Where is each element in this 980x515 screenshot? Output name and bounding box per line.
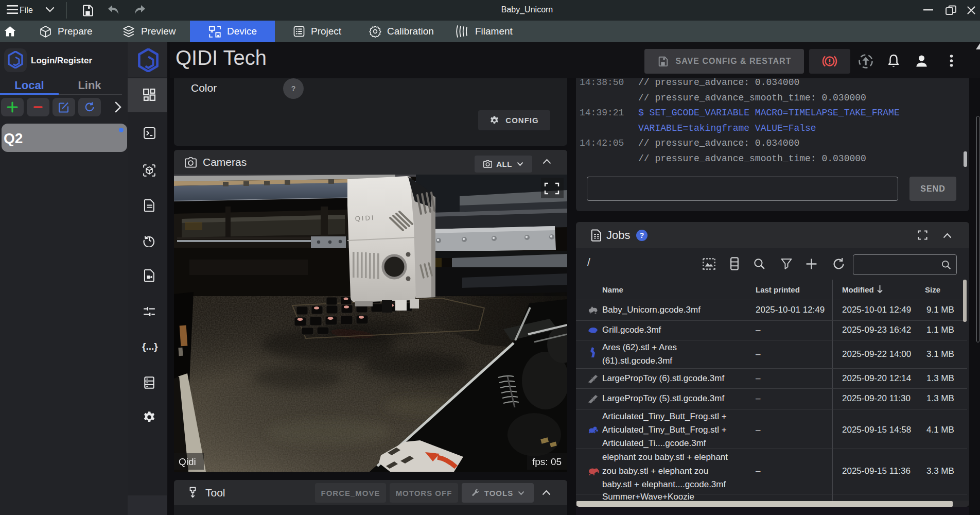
svg-text:fps: 05: fps: 05 bbox=[532, 456, 562, 467]
svg-text:Qidi: Qidi bbox=[179, 456, 196, 467]
